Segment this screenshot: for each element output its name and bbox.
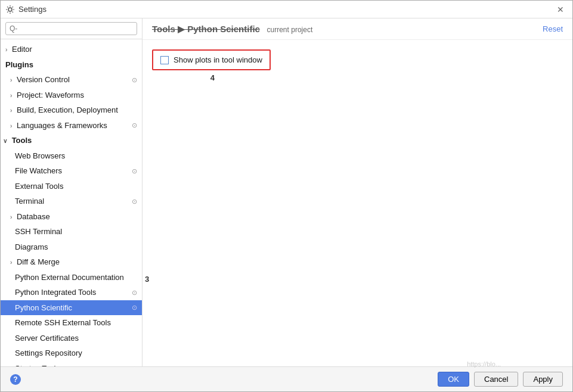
content-area: › Editor Plugins › Version Control ⊙ xyxy=(1,18,572,366)
checkbox-row: Show plots in tool window xyxy=(152,49,271,70)
sidebar-item-label: Tools xyxy=(12,136,32,145)
sidebar-item-remote-ssh-external[interactable]: Remote SSH External Tools xyxy=(1,315,142,331)
search-input[interactable] xyxy=(5,22,137,35)
nav-tree: › Editor Plugins › Version Control ⊙ xyxy=(1,39,142,366)
arrow-icon: › xyxy=(10,259,12,266)
sidebar-item-server-certificates[interactable]: Server Certificates xyxy=(1,331,142,346)
search-box xyxy=(1,18,142,39)
main-title: Tools ▶ Python Scientific xyxy=(152,24,260,34)
current-project-label: current project xyxy=(267,26,313,34)
arrow-icon: › xyxy=(10,123,12,129)
title-bar: Settings ✕ xyxy=(1,1,572,18)
title-bar-left: Settings xyxy=(5,5,47,14)
watermark-url: https://blo... xyxy=(467,360,501,368)
sidebar-item-label: SSH Terminal xyxy=(15,226,62,238)
sync-icon: ⊙ xyxy=(132,120,137,130)
window-title: Settings xyxy=(18,5,47,14)
close-button[interactable]: ✕ xyxy=(553,4,568,15)
sidebar-item-startup-tasks[interactable]: Startup Tasks ⊙ xyxy=(1,361,142,367)
bottom-left: ? xyxy=(10,374,21,385)
arrow-icon: › xyxy=(10,92,12,99)
sidebar-item-label: Python External Documentation xyxy=(15,272,124,284)
arrow-icon: › xyxy=(10,214,12,220)
sidebar-item-label: Project: Waveforms xyxy=(17,91,84,99)
ok-button[interactable]: OK xyxy=(438,372,469,387)
show-plots-checkbox[interactable] xyxy=(160,56,169,64)
main-panel: Tools ▶ Python Scientific current projec… xyxy=(143,18,572,366)
sidebar-item-label: File Watchers xyxy=(15,165,62,177)
cancel-button[interactable]: Cancel xyxy=(474,372,518,387)
arrow-icon: › xyxy=(10,77,12,83)
sync-icon: ⊙ xyxy=(132,288,137,298)
sidebar-item-label: Server Certificates xyxy=(15,332,79,344)
sidebar-item-label: Plugins xyxy=(5,59,33,71)
sidebar-item-build-execution[interactable]: › Build, Execution, Deployment xyxy=(1,102,142,118)
arrow-icon: ∨ xyxy=(3,138,7,144)
sidebar-item-label: Languages & Frameworks xyxy=(17,121,107,130)
svg-point-0 xyxy=(8,8,12,11)
sidebar-item-settings-repository[interactable]: Settings Repository xyxy=(1,346,142,361)
sidebar-item-label: Version Control xyxy=(17,75,70,84)
sidebar-item-diagrams[interactable]: Diagrams xyxy=(1,239,142,255)
sidebar: › Editor Plugins › Version Control ⊙ xyxy=(1,18,143,366)
sidebar-item-tools[interactable]: ∨ Tools xyxy=(1,133,142,148)
apply-button[interactable]: Apply xyxy=(523,372,563,387)
sidebar-item-version-control[interactable]: › Version Control ⊙ xyxy=(1,72,142,88)
sync-icon: ⊙ xyxy=(132,303,137,313)
help-button[interactable]: ? xyxy=(10,374,21,385)
sidebar-item-database[interactable]: › Database xyxy=(1,209,142,225)
sync-icon: ⊙ xyxy=(132,75,137,85)
bottom-right: OK Cancel Apply xyxy=(438,372,563,387)
sidebar-item-diff-merge[interactable]: › Diff & Merge xyxy=(1,254,142,270)
sidebar-item-editor[interactable]: › Editor xyxy=(1,42,142,57)
sidebar-item-python-scientific[interactable]: Python Scientific ⊙ xyxy=(1,300,142,316)
sidebar-item-label: Diff & Merge xyxy=(17,257,60,266)
sidebar-item-web-browsers[interactable]: Web Browsers xyxy=(1,148,142,164)
main-header: Tools ▶ Python Scientific current projec… xyxy=(143,18,572,40)
sidebar-item-label: Terminal xyxy=(15,195,44,207)
sidebar-item-plugins[interactable]: Plugins xyxy=(1,57,142,73)
sidebar-item-label: Editor xyxy=(12,45,32,54)
sidebar-item-label: Python Integrated Tools xyxy=(15,287,96,298)
sidebar-item-label: Web Browsers xyxy=(15,150,65,162)
sidebar-item-label: Build, Execution, Deployment xyxy=(17,105,118,114)
sync-icon: ⊙ xyxy=(132,197,137,207)
sidebar-item-external-tools[interactable]: External Tools xyxy=(1,179,142,194)
sync-icon: ⊙ xyxy=(132,166,137,176)
show-plots-section: Show plots in tool window 4 xyxy=(152,49,271,70)
sidebar-item-ssh-terminal[interactable]: SSH Terminal xyxy=(1,224,142,239)
annotation-4: 4 xyxy=(210,73,215,82)
sidebar-item-label: Remote SSH External Tools xyxy=(15,317,111,329)
sidebar-item-label: Python Scientific xyxy=(15,302,72,314)
sidebar-item-label: External Tools xyxy=(15,181,63,192)
settings-window-icon xyxy=(5,5,15,14)
arrow-icon: › xyxy=(10,107,12,114)
sidebar-item-label: Diagrams xyxy=(15,241,48,253)
annotation-3: 3 xyxy=(145,275,149,284)
sidebar-item-label: Database xyxy=(17,212,50,221)
main-content: Show plots in tool window 4 3 xyxy=(143,40,572,366)
bottom-bar: ? OK Cancel Apply xyxy=(1,366,572,391)
settings-window: Settings ✕ › Editor Plugins xyxy=(0,0,573,392)
reset-button[interactable]: Reset xyxy=(543,24,563,33)
sidebar-item-languages-frameworks[interactable]: › Languages & Frameworks ⊙ xyxy=(1,118,142,133)
sidebar-item-file-watchers[interactable]: File Watchers ⊙ xyxy=(1,163,142,179)
show-plots-label: Show plots in tool window xyxy=(174,55,262,64)
sidebar-item-terminal[interactable]: Terminal ⊙ xyxy=(1,194,142,209)
sidebar-item-label: Settings Repository xyxy=(15,347,82,359)
sidebar-item-python-external-doc[interactable]: Python External Documentation xyxy=(1,270,142,285)
sidebar-item-project-waveforms[interactable]: › Project: Waveforms xyxy=(1,88,142,103)
sidebar-item-python-integrated-tools[interactable]: Python Integrated Tools ⊙ xyxy=(1,285,142,300)
arrow-icon: › xyxy=(5,46,7,53)
